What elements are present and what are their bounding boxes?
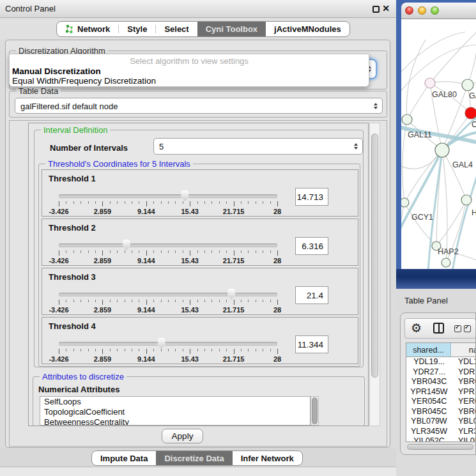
- threshold-slider[interactable]: -3.4262.8599.14415.4321.71528: [59, 194, 277, 198]
- table-cell[interactable]: YPR145W: [452, 387, 476, 397]
- network-node[interactable]: [462, 79, 473, 91]
- network-edge[interactable]: [468, 42, 476, 85]
- checkbox-icon[interactable]: ✓: [464, 325, 471, 332]
- network-view-window: GAL80GACGAL11GAL4GCY1HHAP2: [396, 0, 476, 289]
- threshold-1-panel: Threshold 1 -3.4262.8599.14415.4321.7152…: [42, 169, 358, 217]
- column-header-shared-name[interactable]: shared...: [406, 343, 451, 357]
- tick-label: 28: [273, 208, 281, 215]
- table-cell[interactable]: YBR043C: [406, 377, 452, 387]
- tab-cyni-toolbox[interactable]: Cyni Toolbox: [197, 22, 266, 36]
- threshold-slider[interactable]: -3.4262.8599.14415.4321.71528: [59, 293, 277, 296]
- tab-impute-data[interactable]: Impute Data: [92, 451, 156, 465]
- table-cell[interactable]: YDL19...: [406, 357, 452, 367]
- table-row[interactable]: YBR043CYBR043C: [406, 377, 476, 387]
- network-node[interactable]: [425, 78, 435, 88]
- network-node[interactable]: [435, 143, 449, 157]
- table-row[interactable]: YER054CYER054C: [406, 397, 476, 407]
- attribute-item[interactable]: BetweennessCentrality: [40, 417, 310, 426]
- slider-handle[interactable]: [122, 240, 132, 250]
- apply-button[interactable]: Apply: [162, 429, 203, 443]
- threshold-value-field[interactable]: [295, 237, 328, 255]
- attributes-scrollbar[interactable]: [311, 396, 319, 426]
- slider-handle[interactable]: [227, 289, 236, 300]
- network-node[interactable]: [402, 114, 412, 125]
- tab-network[interactable]: Network: [57, 22, 118, 36]
- table-cell[interactable]: YBL079W: [406, 417, 452, 427]
- threshold-value-field[interactable]: [295, 286, 328, 304]
- table-cell[interactable]: YPR145W: [406, 387, 452, 397]
- table-cell[interactable]: YLR345W: [406, 427, 452, 437]
- network-window-titlebar[interactable]: [401, 3, 476, 19]
- network-edge[interactable]: [436, 150, 442, 246]
- scrollbar-thumb[interactable]: [407, 444, 473, 450]
- table-row[interactable]: YIL052CYIL052C: [406, 436, 476, 442]
- table-cell[interactable]: YLR345W: [452, 427, 476, 437]
- table-row[interactable]: YPR145WYPR145W: [406, 387, 476, 397]
- table-cell[interactable]: YDR27...: [406, 367, 452, 378]
- network-edge[interactable]: [407, 83, 430, 119]
- network-node[interactable]: [465, 107, 476, 119]
- table-data-combobox[interactable]: galFiltered.sif default node: [15, 98, 383, 114]
- tab-jactivemnodules[interactable]: jActiveMNodules: [266, 22, 349, 36]
- table-row[interactable]: YBL079WYBL079W: [406, 417, 476, 427]
- table-row[interactable]: YDR27...YDR27...: [406, 367, 476, 378]
- close-traffic-light-icon[interactable]: [405, 6, 413, 15]
- dropdown-option-manual[interactable]: Manual Discretization: [10, 66, 369, 76]
- tab-infer-network[interactable]: Infer Network: [233, 451, 302, 465]
- table-row[interactable]: YBR045CYBR045C: [406, 407, 476, 417]
- network-node[interactable]: [401, 198, 409, 207]
- slider-track[interactable]: [59, 243, 277, 247]
- slider-handle[interactable]: [180, 190, 190, 201]
- network-node[interactable]: [441, 258, 450, 267]
- threshold-slider[interactable]: -3.4262.8599.14415.4321.71528: [59, 342, 277, 346]
- slider-handle[interactable]: [157, 338, 166, 349]
- slider-track[interactable]: [59, 293, 277, 296]
- slider-track[interactable]: [59, 342, 277, 346]
- table-cell[interactable]: YDR27...: [452, 367, 476, 378]
- table-cell[interactable]: YER054C: [406, 397, 452, 407]
- columns-icon[interactable]: [433, 323, 444, 334]
- scrollbar-thumb[interactable]: [312, 397, 318, 424]
- column-header-name[interactable]: name: [452, 343, 476, 357]
- scrollbar-thumb[interactable]: [371, 134, 378, 378]
- tick-label: 9.144: [137, 208, 155, 215]
- main-scrollbar[interactable]: [369, 123, 380, 426]
- tick-mark: [270, 250, 271, 253]
- zoom-traffic-light-icon[interactable]: [431, 6, 439, 15]
- network-edge[interactable]: [403, 119, 407, 203]
- minimize-traffic-light-icon[interactable]: [418, 6, 426, 15]
- tab-discretize-data[interactable]: Discretize Data: [156, 451, 232, 465]
- table-row[interactable]: YDL19...YDL19...: [406, 357, 476, 367]
- table-cell[interactable]: YBR043C: [452, 377, 476, 387]
- threshold-value-field[interactable]: [295, 188, 328, 206]
- network-edge[interactable]: [430, 29, 476, 83]
- gear-icon[interactable]: ⚙: [411, 321, 422, 336]
- table-hscrollbar[interactable]: [407, 443, 473, 450]
- table-cell[interactable]: YBR045C: [452, 407, 476, 417]
- table-cell[interactable]: YDL19...: [452, 357, 476, 367]
- attribute-item[interactable]: TopologicalCoefficient: [40, 407, 310, 417]
- tab-select[interactable]: Select: [156, 22, 197, 36]
- network-edge[interactable]: [442, 150, 447, 263]
- threshold-value-field[interactable]: [295, 335, 328, 353]
- num-intervals-combobox[interactable]: 5: [153, 138, 363, 155]
- table-cell[interactable]: YIL052C: [406, 436, 452, 442]
- tick-mark: [263, 201, 263, 204]
- network-edge[interactable]: [442, 150, 466, 200]
- threshold-slider[interactable]: -3.4262.8599.14415.4321.71528: [59, 243, 277, 247]
- table-cell[interactable]: YBL079W: [452, 417, 476, 427]
- table-cell[interactable]: YBR045C: [406, 407, 452, 417]
- network-canvas[interactable]: GAL80GACGAL11GAL4GCY1HHAP2: [401, 19, 476, 269]
- float-window-icon[interactable]: [372, 6, 380, 13]
- table-row[interactable]: YLR345WYLR345W: [406, 427, 476, 437]
- network-node[interactable]: [461, 195, 472, 205]
- table-cell[interactable]: YIL052C: [452, 436, 476, 442]
- checkbox-icon[interactable]: ✓: [454, 325, 461, 332]
- slider-track[interactable]: [59, 194, 277, 198]
- tab-style[interactable]: Style: [119, 22, 155, 36]
- table-cell[interactable]: YER054C: [452, 397, 476, 407]
- attribute-item[interactable]: SelfLoops: [40, 397, 310, 407]
- close-icon[interactable]: ✕: [382, 3, 390, 13]
- dropdown-option-equal-width[interactable]: Equal Width/Frequency Discretization: [10, 76, 369, 86]
- tab-label: jActiveMNodules: [274, 24, 341, 34]
